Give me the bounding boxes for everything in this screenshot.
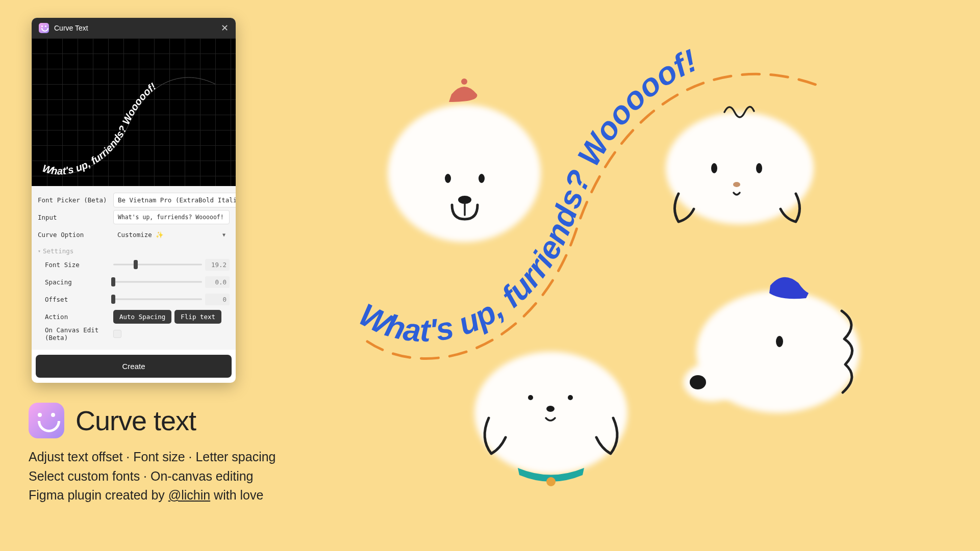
svg-point-10 xyxy=(528,395,533,400)
svg-point-3 xyxy=(479,174,485,183)
curve-option-label: Curve Option xyxy=(38,231,109,239)
font-size-value[interactable]: 19.2 xyxy=(205,259,230,271)
action-label: Action xyxy=(45,313,109,321)
auto-spacing-button[interactable]: Auto Spacing xyxy=(113,310,171,324)
form-area: Font Picker (Beta) Be Vietnam Pro (Extra… xyxy=(32,186,236,350)
dog-collar xyxy=(474,352,627,486)
dog-blue-hat xyxy=(684,277,860,413)
svg-point-16 xyxy=(776,336,783,347)
font-size-slider[interactable] xyxy=(113,259,202,270)
author-link[interactable]: @lichin xyxy=(168,488,210,502)
svg-point-7 xyxy=(756,163,762,173)
font-picker-label: Font Picker (Beta) xyxy=(38,196,109,204)
close-icon[interactable]: ✕ xyxy=(221,23,229,33)
flip-text-button[interactable]: Flip text xyxy=(174,310,221,324)
dog-red-hat xyxy=(388,78,541,242)
illustration: What's up, furriends? Wooooof! xyxy=(347,25,908,505)
panel-title: Curve Text xyxy=(54,24,216,32)
preview-area: What's up, furriends? Wooooof! xyxy=(32,38,236,186)
promo-block: Curve text Adjust text offset · Font siz… xyxy=(29,403,276,505)
promo-plugin-icon xyxy=(29,403,64,438)
text-input[interactable]: What's up, furriends? Wooooof! xyxy=(113,210,230,224)
promo-line-3: Figma plugin created by @lichin with lov… xyxy=(29,486,276,505)
settings-label: Settings xyxy=(43,247,73,255)
plugin-panel: Curve Text ✕ What's up, furriends? Woooo… xyxy=(32,18,236,383)
svg-point-1 xyxy=(461,78,467,85)
svg-point-9 xyxy=(474,352,627,474)
svg-point-5 xyxy=(666,112,814,224)
curve-option-select[interactable]: Customize ✨ ▼ xyxy=(113,228,230,242)
preview-curve-text: What's up, furriends? Wooooof! xyxy=(41,81,158,176)
offset-value[interactable]: 0 xyxy=(205,294,230,305)
chevron-down-icon: ▼ xyxy=(222,232,225,238)
spacing-slider[interactable] xyxy=(113,277,202,287)
font-size-label: Font Size xyxy=(45,261,109,269)
offset-label: Offset xyxy=(45,296,109,303)
offset-slider[interactable] xyxy=(113,294,202,304)
svg-point-11 xyxy=(568,395,573,400)
spacing-label: Spacing xyxy=(45,278,109,286)
svg-point-12 xyxy=(546,406,555,412)
svg-point-8 xyxy=(733,182,740,187)
svg-point-0 xyxy=(388,104,541,242)
curve-option-value: Customize ✨ xyxy=(117,231,164,239)
settings-header[interactable]: ▾ Settings xyxy=(38,247,230,255)
svg-point-17 xyxy=(690,375,706,389)
svg-point-13 xyxy=(546,477,556,486)
panel-header: Curve Text ✕ xyxy=(32,18,236,38)
promo-title: Curve text xyxy=(76,405,196,436)
dog-top-right xyxy=(666,107,814,224)
on-canvas-edit-checkbox[interactable] xyxy=(113,330,121,338)
create-button[interactable]: Create xyxy=(36,355,232,378)
promo-credit-prefix: Figma plugin created by xyxy=(29,488,168,502)
svg-point-6 xyxy=(711,163,717,173)
promo-line-1: Adjust text offset · Font size · Letter … xyxy=(29,448,276,467)
spacing-value[interactable]: 0.0 xyxy=(205,276,230,288)
promo-credit-suffix: with love xyxy=(210,488,263,502)
svg-point-2 xyxy=(445,174,451,183)
on-canvas-edit-label: On Canvas Edit (Beta) xyxy=(45,326,109,342)
promo-line-2: Select custom fonts · On-canvas editing xyxy=(29,467,276,486)
input-label: Input xyxy=(38,214,109,221)
font-picker-input[interactable]: Be Vietnam Pro (ExtraBold Italic) xyxy=(113,193,236,207)
plugin-icon xyxy=(39,23,49,33)
disclosure-triangle-icon: ▾ xyxy=(38,248,41,254)
